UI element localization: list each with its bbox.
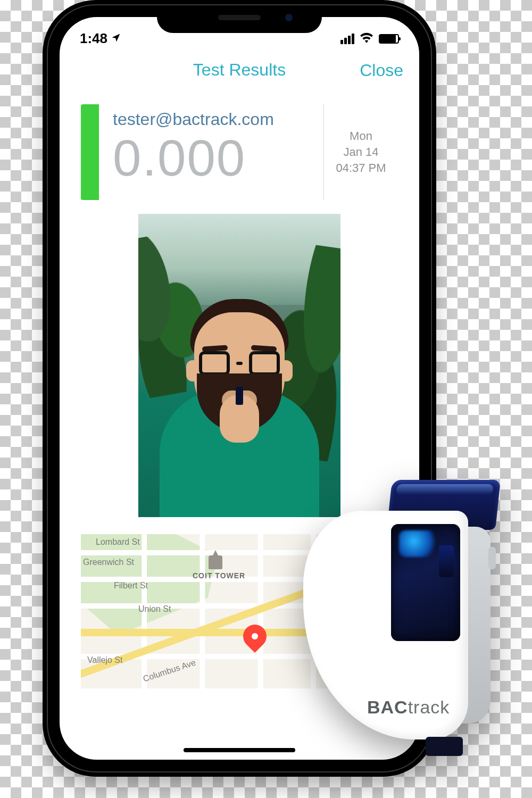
status-right (340, 30, 399, 47)
status-stripe (81, 104, 99, 200)
wifi-icon (360, 30, 373, 47)
verification-photo-wrap (81, 214, 398, 517)
result-timestamp: Mon Jan 14 04:37 PM (323, 104, 398, 200)
map-label-lombard: Lombard St (96, 537, 140, 547)
verification-photo[interactable] (138, 214, 340, 517)
map-label-filbert: Filbert St (114, 581, 148, 591)
coit-tower-icon (209, 555, 222, 569)
location-arrow-icon (111, 30, 121, 47)
battery-icon (379, 34, 399, 44)
map-label-union: Union St (138, 604, 171, 614)
status-time: 1:48 (80, 30, 107, 47)
nav-bar: Test Results Close (60, 49, 419, 92)
timestamp-dow: Mon (350, 128, 372, 144)
page-title: Test Results (193, 60, 286, 80)
cellular-signal-icon (340, 34, 354, 44)
map-label-greenwich: Greenwich St (83, 558, 134, 567)
phone-notch (157, 5, 322, 33)
device-base (426, 737, 463, 756)
device-brand-bold: BAC (367, 697, 408, 717)
close-button[interactable]: Close (360, 60, 403, 80)
timestamp-date: Jan 14 (343, 144, 378, 160)
device-brand: BACtrack (367, 697, 450, 718)
device-led-icon (399, 530, 436, 557)
device-power-button[interactable] (488, 547, 496, 569)
device-sensor-window (391, 524, 460, 641)
bactrack-device: BACtrack (287, 473, 500, 766)
result-card[interactable]: tester@bactrack.com 0.000 Mon Jan 14 04:… (81, 104, 398, 200)
status-left: 1:48 (80, 30, 121, 47)
timestamp-time: 04:37 PM (336, 160, 386, 176)
map-label-vallejo: Vallejo St (87, 655, 122, 665)
device-brand-light: track (408, 697, 450, 717)
result-email: tester@bactrack.com (113, 110, 323, 129)
home-indicator[interactable] (184, 748, 295, 752)
device-sensor-icon (439, 545, 454, 577)
result-main: tester@bactrack.com 0.000 (99, 104, 323, 200)
map-label-coit: COIT TOWER (193, 571, 245, 580)
bac-reading: 0.000 (113, 132, 323, 184)
